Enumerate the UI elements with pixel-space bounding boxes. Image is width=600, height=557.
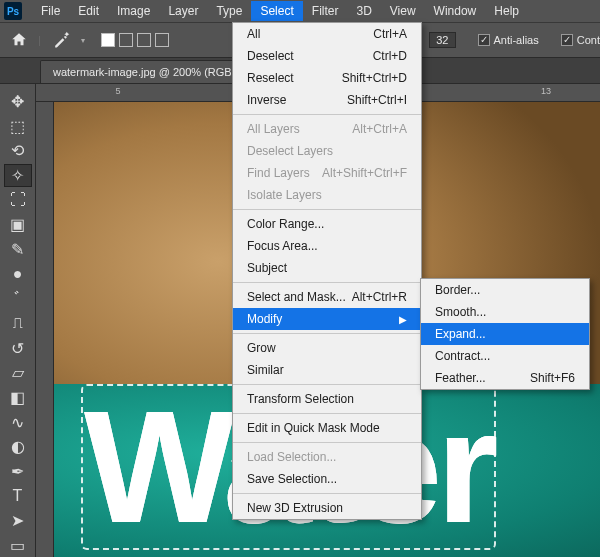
menu-item-label: Load Selection... bbox=[247, 450, 336, 464]
menu-item-save-selection[interactable]: Save Selection... bbox=[233, 468, 421, 490]
selection-subtract-icon[interactable] bbox=[137, 33, 151, 47]
menu-file[interactable]: File bbox=[32, 1, 69, 21]
menu-item-modify[interactable]: Modify▶ bbox=[233, 308, 421, 330]
anti-alias-checkbox[interactable]: Anti-alias bbox=[478, 34, 539, 46]
menu-item-label: New 3D Extrusion bbox=[247, 501, 343, 515]
menu-layer[interactable]: Layer bbox=[159, 1, 207, 21]
submenu-item-expand[interactable]: Expand... bbox=[421, 323, 589, 345]
menu-separator bbox=[233, 442, 421, 443]
menu-item-color-range[interactable]: Color Range... bbox=[233, 213, 421, 235]
spot-heal-icon[interactable]: ● bbox=[4, 263, 32, 286]
menu-edit[interactable]: Edit bbox=[69, 1, 108, 21]
menu-item-label: Deselect bbox=[247, 49, 294, 63]
menu-item-similar[interactable]: Similar bbox=[233, 359, 421, 381]
menu-item-shortcut: Ctrl+A bbox=[373, 27, 407, 41]
selection-mode-group bbox=[101, 33, 169, 47]
lasso-icon[interactable]: ⟲ bbox=[4, 139, 32, 162]
submenu-item-label: Border... bbox=[435, 283, 480, 297]
tools-panel: ✥⬚⟲✧⛶▣✎●ﾞ⎍↺▱◧∿◐✒T➤▭ bbox=[0, 84, 36, 557]
menu-item-label: Subject bbox=[247, 261, 287, 275]
document-tab[interactable]: watermark-image.jpg @ 200% (RGB bbox=[40, 60, 245, 83]
submenu-item-label: Expand... bbox=[435, 327, 486, 341]
menu-item-label: Find Layers bbox=[247, 166, 310, 180]
frame-icon[interactable]: ▣ bbox=[4, 213, 32, 236]
submenu-item-feather[interactable]: Feather...Shift+F6 bbox=[421, 367, 589, 389]
rectangle-icon[interactable]: ▭ bbox=[4, 534, 32, 557]
submenu-item-smooth[interactable]: Smooth... bbox=[421, 301, 589, 323]
menu-separator bbox=[233, 209, 421, 210]
menu-item-label: Isolate Layers bbox=[247, 188, 322, 202]
contiguous-checkbox[interactable]: Cont bbox=[561, 34, 600, 46]
menu-item-label: Save Selection... bbox=[247, 472, 337, 486]
menu-item-label: Modify bbox=[247, 312, 282, 326]
app-logo: Ps bbox=[4, 2, 22, 20]
menu-item-label: Select and Mask... bbox=[247, 290, 346, 304]
menu-item-grow[interactable]: Grow bbox=[233, 337, 421, 359]
submenu-item-label: Feather... bbox=[435, 371, 486, 385]
magic-wand-icon[interactable]: ✧ bbox=[4, 164, 32, 187]
move-icon[interactable]: ✥ bbox=[4, 90, 32, 113]
menu-item-new-3d-extrusion[interactable]: New 3D Extrusion bbox=[233, 497, 421, 519]
menu-item-label: Color Range... bbox=[247, 217, 324, 231]
menu-item-transform-selection[interactable]: Transform Selection bbox=[233, 388, 421, 410]
magic-wand-options-icon[interactable] bbox=[51, 30, 71, 50]
menu-item-find-layers: Find LayersAlt+Shift+Ctrl+F bbox=[233, 162, 421, 184]
submenu-item-label: Contract... bbox=[435, 349, 490, 363]
menu-item-inverse[interactable]: InverseShift+Ctrl+I bbox=[233, 89, 421, 111]
type-icon[interactable]: T bbox=[4, 485, 32, 508]
selection-add-icon[interactable] bbox=[119, 33, 133, 47]
menu-type[interactable]: Type bbox=[207, 1, 251, 21]
menu-item-shortcut: Ctrl+D bbox=[373, 49, 407, 63]
menu-item-subject[interactable]: Subject bbox=[233, 257, 421, 279]
submenu-arrow-icon: ▶ bbox=[399, 314, 407, 325]
selection-new-icon[interactable] bbox=[101, 33, 115, 47]
contiguous-label: Cont bbox=[577, 34, 600, 46]
menu-help[interactable]: Help bbox=[485, 1, 528, 21]
menu-item-shortcut: Alt+Shift+Ctrl+F bbox=[322, 166, 407, 180]
menu-item-deselect-layers: Deselect Layers bbox=[233, 140, 421, 162]
home-icon[interactable] bbox=[10, 31, 28, 49]
menu-item-label: Similar bbox=[247, 363, 284, 377]
eraser-icon[interactable]: ▱ bbox=[4, 362, 32, 385]
menu-item-label: Grow bbox=[247, 341, 276, 355]
eyedropper-icon[interactable]: ✎ bbox=[4, 238, 32, 261]
submenu-item-border[interactable]: Border... bbox=[421, 279, 589, 301]
menu-window[interactable]: Window bbox=[425, 1, 486, 21]
menu-item-all[interactable]: AllCtrl+A bbox=[233, 23, 421, 45]
menu-3d[interactable]: 3D bbox=[347, 1, 380, 21]
checkbox-icon bbox=[478, 34, 490, 46]
menu-separator bbox=[233, 384, 421, 385]
select-menu-dropdown: AllCtrl+ADeselectCtrl+DReselectShift+Ctr… bbox=[232, 22, 422, 520]
menu-item-deselect[interactable]: DeselectCtrl+D bbox=[233, 45, 421, 67]
tolerance-input[interactable]: 32 bbox=[429, 32, 455, 48]
menu-item-shortcut: Shift+Ctrl+I bbox=[347, 93, 407, 107]
gradient-icon[interactable]: ◧ bbox=[4, 386, 32, 409]
menu-separator bbox=[233, 493, 421, 494]
blur-icon[interactable]: ∿ bbox=[4, 411, 32, 434]
menu-item-label: Transform Selection bbox=[247, 392, 354, 406]
crop-icon[interactable]: ⛶ bbox=[4, 189, 32, 212]
menu-item-shortcut: Shift+Ctrl+D bbox=[342, 71, 407, 85]
clone-stamp-icon[interactable]: ⎍ bbox=[4, 312, 32, 335]
menu-item-edit-in-quick-mask-mode[interactable]: Edit in Quick Mask Mode bbox=[233, 417, 421, 439]
menu-item-load-selection: Load Selection... bbox=[233, 446, 421, 468]
brush-icon[interactable]: ﾞ bbox=[4, 287, 32, 310]
path-select-icon[interactable]: ➤ bbox=[4, 510, 32, 533]
menu-item-label: Reselect bbox=[247, 71, 294, 85]
history-brush-icon[interactable]: ↺ bbox=[4, 337, 32, 360]
menu-item-reselect[interactable]: ReselectShift+Ctrl+D bbox=[233, 67, 421, 89]
submenu-item-label: Smooth... bbox=[435, 305, 486, 319]
pen-icon[interactable]: ✒ bbox=[4, 460, 32, 483]
menu-item-select-and-mask[interactable]: Select and Mask...Alt+Ctrl+R bbox=[233, 286, 421, 308]
dodge-icon[interactable]: ◐ bbox=[4, 436, 32, 459]
menu-item-label: All bbox=[247, 27, 260, 41]
menu-filter[interactable]: Filter bbox=[303, 1, 348, 21]
submenu-item-contract[interactable]: Contract... bbox=[421, 345, 589, 367]
selection-intersect-icon[interactable] bbox=[155, 33, 169, 47]
menu-select[interactable]: Select bbox=[251, 1, 302, 21]
menu-view[interactable]: View bbox=[381, 1, 425, 21]
menu-separator bbox=[233, 413, 421, 414]
menu-image[interactable]: Image bbox=[108, 1, 159, 21]
menu-item-focus-area[interactable]: Focus Area... bbox=[233, 235, 421, 257]
marquee-icon[interactable]: ⬚ bbox=[4, 115, 32, 138]
